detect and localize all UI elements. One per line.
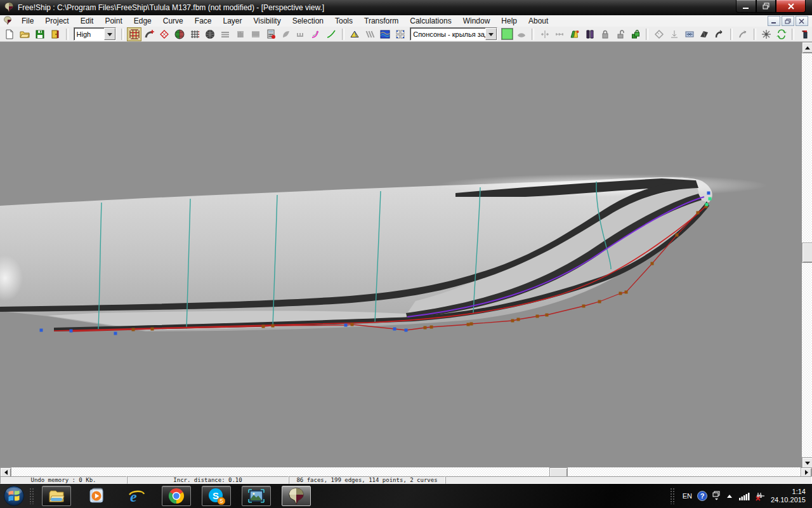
control-point[interactable]	[262, 325, 265, 328]
layer-properties-button[interactable]	[514, 27, 528, 41]
restore-button[interactable]	[756, 0, 776, 13]
unlock-all-points-button[interactable]	[628, 27, 643, 41]
control-point[interactable]	[511, 319, 514, 323]
selected-point[interactable]	[344, 324, 348, 327]
control-point[interactable]	[470, 323, 473, 326]
selected-point[interactable]	[40, 329, 43, 332]
design-hydrostatics-button[interactable]	[263, 27, 278, 41]
control-point[interactable]	[697, 211, 700, 215]
precision-combo-dropdown-button[interactable]	[104, 28, 115, 40]
power-plug-icon[interactable]	[755, 491, 766, 501]
menu-edit[interactable]: Edit	[75, 16, 100, 26]
layer-combo-dropdown-button[interactable]	[485, 28, 497, 40]
window-layout-button[interactable]	[393, 27, 407, 41]
control-point[interactable]	[651, 262, 654, 265]
mdi-close-button[interactable]	[796, 16, 808, 26]
show-buttocks-button[interactable]	[233, 27, 247, 41]
check-model-button[interactable]	[142, 27, 157, 41]
show-grid-button[interactable]	[188, 27, 202, 41]
control-point[interactable]	[424, 326, 427, 330]
show-interior-edges-button[interactable]	[157, 27, 172, 41]
menu-tools[interactable]: Tools	[329, 16, 358, 26]
control-point[interactable]	[536, 315, 539, 318]
mirror-model-button[interactable]	[583, 27, 598, 41]
show-control-curves-button[interactable]	[324, 27, 339, 41]
control-point[interactable]	[430, 326, 433, 329]
split-edge-button[interactable]	[553, 27, 567, 41]
show-hidden-icons[interactable]	[726, 493, 733, 499]
align-points-button[interactable]	[667, 27, 681, 41]
mdi-minimize-button[interactable]	[768, 16, 780, 26]
menu-help[interactable]: Help	[495, 16, 523, 26]
corner-point[interactable]	[709, 197, 712, 201]
control-point[interactable]	[272, 324, 275, 328]
show-curvature-button[interactable]	[309, 27, 324, 41]
menu-selection[interactable]: Selection	[287, 16, 329, 26]
scroll-up-button[interactable]	[802, 42, 812, 53]
menu-project[interactable]: Project	[39, 16, 74, 26]
show-waterlines-button[interactable]	[248, 27, 263, 41]
zebra-shading-button[interactable]	[363, 27, 377, 41]
new-document-button[interactable]	[3, 27, 17, 41]
show-markers-button[interactable]	[294, 27, 308, 41]
exit-program-button[interactable]	[48, 27, 63, 41]
shade-model-button[interactable]	[203, 27, 218, 41]
new-face-button[interactable]	[652, 27, 666, 41]
start-button[interactable]	[1, 484, 27, 508]
window-switcher-tray-icon[interactable]	[712, 491, 721, 501]
show-control-net-button[interactable]	[127, 27, 141, 41]
control-point[interactable]	[517, 318, 520, 321]
menu-file[interactable]: File	[16, 16, 39, 26]
develop-layer-button[interactable]	[568, 27, 582, 41]
taskbar-clock[interactable]: 1:14 24.10.2015	[771, 488, 806, 504]
show-both-sides-button[interactable]	[173, 27, 187, 41]
save-model-button[interactable]	[33, 27, 48, 41]
control-point[interactable]	[676, 234, 679, 237]
selected-point[interactable]	[393, 328, 396, 331]
vertical-scrollbar[interactable]	[802, 42, 812, 467]
help-tray-icon[interactable]: ?	[697, 491, 707, 501]
menu-face[interactable]: Face	[189, 16, 218, 26]
control-point[interactable]	[625, 291, 628, 294]
selected-point[interactable]	[707, 192, 710, 195]
control-point[interactable]	[151, 328, 154, 331]
menu-window[interactable]: Window	[457, 16, 496, 26]
close-button[interactable]	[776, 0, 806, 13]
control-point[interactable]	[546, 314, 549, 317]
menu-calculations[interactable]: Calculations	[404, 16, 457, 26]
taskbar-app-windows-explorer[interactable]	[42, 486, 71, 506]
corner-point[interactable]	[705, 203, 709, 206]
precision-combo[interactable]: High	[74, 27, 117, 41]
control-point[interactable]	[132, 328, 135, 331]
vertical-scroll-thumb[interactable]	[802, 243, 812, 263]
menu-transform[interactable]: Transform	[358, 16, 404, 26]
perspective-viewport[interactable]	[0, 42, 812, 467]
menu-visibility[interactable]: Visibility	[248, 16, 287, 26]
environment-shading-button[interactable]	[377, 27, 392, 41]
lock-point-button[interactable]	[598, 27, 613, 41]
delete-selected-button[interactable]	[797, 27, 812, 41]
insert-point-button[interactable]	[537, 27, 552, 41]
layer-combo[interactable]: Спонсоны - крылья зад	[410, 27, 497, 41]
selected-point[interactable]	[114, 332, 117, 335]
control-point[interactable]	[598, 300, 601, 304]
menu-about[interactable]: About	[523, 16, 554, 26]
language-indicator[interactable]: EN	[683, 492, 692, 500]
control-point[interactable]	[582, 305, 586, 308]
network-signal-icon[interactable]	[738, 491, 750, 500]
menu-curve[interactable]: Curve	[157, 16, 189, 26]
menu-point[interactable]: Point	[99, 16, 128, 26]
horizontal-scrollbar[interactable]	[0, 467, 812, 476]
collapse-edge-button[interactable]	[682, 27, 697, 41]
remove-unused-points-button[interactable]	[759, 27, 774, 41]
rotate-model-button[interactable]	[774, 27, 789, 41]
taskbar-app-internet-explorer[interactable]: e	[122, 486, 151, 506]
taskbar-app-photo-viewer[interactable]	[242, 486, 271, 506]
extrude-edge-button[interactable]	[712, 27, 727, 41]
selected-point[interactable]	[405, 329, 408, 332]
layer-color-button[interactable]	[501, 28, 513, 40]
menu-edge[interactable]: Edge	[128, 16, 157, 26]
taskbar-app-skype[interactable]: S5	[202, 486, 231, 506]
taskbar-app-chrome[interactable]	[162, 486, 191, 506]
show-stations-button[interactable]	[218, 27, 233, 41]
